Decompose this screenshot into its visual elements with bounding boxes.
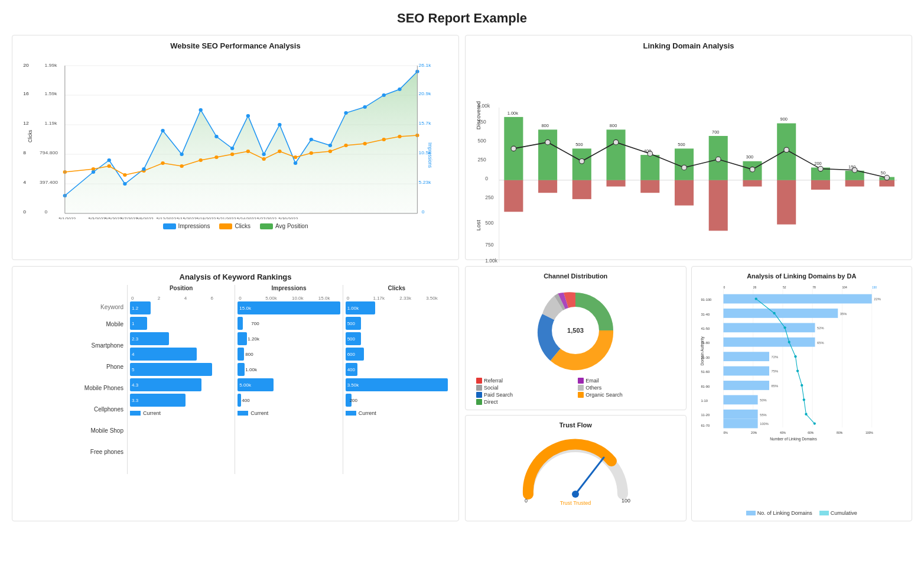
kw-cellphones: Cellphones [21, 398, 127, 420]
svg-text:0: 0 [723, 285, 725, 289]
svg-rect-204 [723, 309, 838, 318]
svg-text:0: 0 [45, 209, 48, 215]
impressions-legend: Current [237, 410, 340, 416]
svg-text:20%: 20% [751, 431, 757, 434]
legend-paid-search: Paid Search [476, 392, 573, 398]
social-swatch [476, 385, 482, 391]
svg-text:1.99k: 1.99k [45, 63, 58, 68]
svg-text:400: 400 [678, 208, 685, 213]
keyword-rankings-chart: Analysis of Keyword Rankings Keyword Mob… [12, 266, 459, 521]
clicks-swatch [219, 223, 232, 229]
svg-text:0: 0 [525, 498, 528, 504]
svg-point-222 [754, 297, 757, 300]
pos-bar-phone: 2.3 [130, 332, 232, 345]
referral-swatch [476, 378, 482, 384]
clk-bar-cellphones: 400 [346, 363, 448, 376]
keyword-title: Analysis of Keyword Rankings [21, 272, 450, 281]
svg-text:91-100: 91-100 [701, 298, 711, 301]
referral-label: Referral [484, 378, 503, 384]
svg-text:5/24/2022: 5/24/2022 [237, 216, 256, 219]
svg-line-174 [575, 458, 604, 494]
clicks-label: Clicks [235, 223, 250, 229]
clk-bar-mobile-shop: 3.50k [346, 378, 448, 391]
imp-bar-cellphones: 1.00k [237, 363, 340, 376]
svg-rect-133 [777, 180, 796, 225]
svg-text:22%: 22% [874, 297, 880, 301]
kw-phone: Phone [21, 356, 127, 377]
svg-text:200: 200 [644, 194, 651, 199]
legend-cumulative: Cumulative [819, 510, 857, 516]
svg-rect-220 [723, 419, 757, 429]
svg-point-231 [813, 422, 815, 424]
svg-point-41 [344, 144, 347, 147]
channel-distribution-chart: Channel Distribution [465, 266, 687, 410]
svg-text:5/30/2022: 5/30/2022 [278, 216, 298, 219]
legend-clicks: Clicks [219, 223, 250, 229]
svg-text:31-40: 31-40 [701, 313, 710, 316]
svg-point-62 [344, 111, 347, 115]
seo-chart-area: 0 397.400 794.800 1.19k 1.59k 1.99k 0 4 … [21, 54, 450, 219]
svg-text:750: 750 [485, 242, 494, 248]
da-analysis-chart: Analysis of Linking Domains by DA 0 26 5… [691, 266, 913, 521]
svg-point-37 [278, 150, 281, 153]
svg-rect-208 [723, 338, 815, 347]
svg-text:50%: 50% [760, 398, 766, 402]
svg-text:51-60: 51-60 [701, 370, 710, 374]
svg-text:5/12/2022: 5/12/2022 [157, 216, 176, 219]
paid-search-swatch [476, 392, 482, 398]
svg-text:55%: 55% [760, 413, 766, 417]
svg-point-47 [92, 170, 95, 174]
legend-email: Email [578, 378, 675, 384]
svg-rect-105 [538, 180, 557, 193]
donut-container: 1,503 [474, 283, 678, 378]
svg-point-225 [788, 341, 790, 343]
svg-text:397.400: 397.400 [40, 180, 58, 185]
svg-text:85%: 85% [771, 384, 777, 388]
legend-direct: Direct [476, 399, 573, 405]
paid-search-label: Paid Search [484, 392, 513, 398]
organic-swatch [578, 392, 584, 398]
svg-text:1.00k: 1.00k [485, 258, 498, 264]
svg-rect-141 [845, 180, 864, 187]
svg-text:0: 0 [23, 209, 26, 215]
svg-rect-109 [572, 180, 591, 199]
svg-text:52: 52 [782, 285, 786, 289]
svg-point-28 [123, 173, 126, 177]
svg-text:0%: 0% [723, 431, 728, 434]
svg-point-51 [161, 129, 164, 132]
svg-text:Lost: Lost [475, 220, 481, 231]
svg-point-151 [648, 151, 653, 157]
svg-point-40 [328, 150, 332, 153]
svg-text:100: 100 [746, 189, 753, 194]
da-svg: 0 26 52 78 104 130 91-100 31-40 [700, 283, 904, 445]
svg-point-147 [511, 146, 516, 151]
svg-point-148 [545, 139, 551, 145]
position-bars: Position 0246 1.2 1 2.3 4 5 4.3 3.3 Curr… [127, 285, 235, 474]
svg-point-44 [398, 135, 401, 138]
current-swatch-clk [346, 411, 356, 416]
avg-position-swatch [260, 223, 273, 229]
clk-bar-mobile: 1.00k [346, 301, 448, 314]
svg-point-59 [294, 161, 297, 165]
svg-point-149 [580, 158, 585, 164]
linking-chart-area: 1.00k 750 500 250 0 250 500 750 1.00k Di… [474, 54, 903, 255]
svg-text:11-20: 11-20 [701, 413, 710, 417]
donut-svg: 1,503 [528, 283, 623, 378]
svg-text:Clicks: Clicks [28, 130, 33, 142]
svg-text:52%: 52% [817, 326, 824, 330]
svg-rect-206 [723, 323, 815, 332]
svg-text:250: 250 [485, 194, 494, 200]
svg-text:5/18/2022: 5/18/2022 [196, 216, 216, 219]
svg-rect-210 [723, 352, 769, 361]
svg-point-33 [214, 155, 218, 159]
svg-text:Impressions: Impressions [427, 142, 432, 168]
avg-position-label: Avg Position [275, 223, 308, 229]
svg-text:5/15/2022: 5/15/2022 [177, 216, 196, 219]
svg-point-229 [802, 398, 805, 401]
svg-point-43 [382, 138, 386, 141]
imp-bar-phone: 1.20k [237, 332, 340, 345]
cumulative-label: Cumulative [831, 510, 857, 516]
svg-text:12: 12 [23, 121, 29, 126]
svg-point-224 [783, 326, 786, 329]
clk-bar-mobile-phones: 600 [346, 348, 448, 361]
